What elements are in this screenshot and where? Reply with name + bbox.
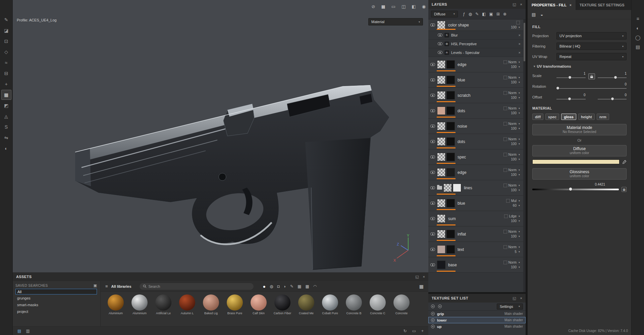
rotation-slider[interactable]: [556, 86, 627, 90]
delete-layer-icon[interactable]: ⊗: [503, 12, 506, 16]
visibility-eye-icon[interactable]: [430, 171, 435, 174]
layer-row[interactable]: textNorm▾5▾: [428, 242, 523, 257]
opacity-select[interactable]: 100▾: [511, 65, 520, 69]
visibility-eye-icon[interactable]: [438, 42, 442, 45]
material-asset[interactable]: Calf Skin: [248, 294, 269, 315]
display-settings-tool[interactable]: ◐: [1, 143, 11, 153]
textures-filter-icon[interactable]: ▩: [305, 284, 309, 289]
texture-pick-icon[interactable]: ▦: [622, 187, 627, 192]
layer-thumbnail[interactable]: [437, 107, 445, 115]
visibility-eye-icon[interactable]: [430, 23, 435, 26]
visibility-eye-icon[interactable]: [430, 125, 435, 128]
blend-mode-select[interactable]: Norm▾: [508, 230, 520, 233]
layer-thumbnail[interactable]: [437, 168, 445, 177]
texture-set-eye-icon[interactable]: [431, 312, 435, 316]
texture-set-settings-select[interactable]: Settings ▾: [497, 304, 523, 310]
layer-name[interactable]: dots: [458, 139, 465, 144]
filters-filter-icon[interactable]: ◗: [284, 284, 286, 289]
glossiness-mode-button[interactable]: Glossiness uniform color: [532, 168, 627, 180]
float-panel-icon[interactable]: ◱: [513, 2, 516, 7]
layer-mask-thumbnail[interactable]: [446, 91, 455, 99]
layer-thumbnail[interactable]: [443, 184, 452, 192]
layer-mask-thumbnail[interactable]: [446, 199, 455, 207]
uv-transformations-header[interactable]: ▾ UV transformations: [532, 64, 627, 68]
channel-select[interactable]: Diffuse ▾: [431, 11, 458, 17]
shading-mode-select[interactable]: Material ▾: [368, 18, 423, 25]
material-asset[interactable]: Autumn L: [177, 294, 198, 315]
float-panel-icon[interactable]: ◱: [513, 296, 516, 300]
layer-row[interactable]: edgeNorm▾100▾: [428, 57, 523, 72]
history-icon[interactable]: ▤: [633, 42, 643, 52]
layer-thumbnail[interactable]: [437, 60, 445, 69]
channel-spec-button[interactable]: spec: [545, 114, 559, 120]
layer-row[interactable]: color shape Norm 100 ▾: [428, 19, 523, 31]
layer-row[interactable]: specNorm▾100▾: [428, 149, 523, 165]
layer-row[interactable]: edgeNorm▾100▾: [428, 165, 523, 180]
layer-row[interactable]: inflatNorm▾100▾: [428, 226, 523, 242]
saved-search-item[interactable]: project: [15, 309, 97, 315]
library-breadcrumb[interactable]: All libraries: [111, 284, 131, 288]
smart-material-tool[interactable]: ▦: [1, 90, 11, 100]
add-effect-icon[interactable]: ƒ: [463, 12, 465, 16]
layer-mask-thumbnail[interactable]: [446, 60, 455, 69]
blend-mode-select[interactable]: Norm▾: [508, 245, 520, 249]
visibility-eye-icon[interactable]: [430, 217, 435, 220]
tab-texture-set-settings[interactable]: TEXTURE SET SETTINGS: [576, 0, 629, 10]
layer-name[interactable]: dots: [458, 109, 465, 113]
material-asset[interactable]: Aluminium: [129, 294, 150, 315]
layer-name[interactable]: noise: [458, 124, 467, 129]
visibility-eye-icon[interactable]: [430, 78, 435, 81]
environments-filter-icon[interactable]: ◠: [313, 284, 317, 289]
layer-thumbnail[interactable]: [437, 261, 445, 269]
texture-set-row[interactable]: upMain shader: [428, 323, 526, 330]
material-asset[interactable]: Concrete B: [343, 294, 364, 315]
layer-name[interactable]: text: [458, 247, 464, 252]
filtering-select[interactable]: Bilinear | HQ ▾: [556, 43, 627, 50]
smudge-tool[interactable]: ≈: [1, 58, 11, 68]
geometry-mask-tool[interactable]: ◬: [1, 111, 11, 121]
axis-gizmo[interactable]: Y X Z: [393, 233, 419, 263]
layer-row[interactable]: sumLdge▾100▾: [428, 211, 523, 226]
close-panel-icon[interactable]: ×: [520, 2, 522, 7]
smart-materials-filter-icon[interactable]: ◍: [270, 284, 273, 289]
environment-settings-icon[interactable]: ◯: [633, 33, 643, 42]
layer-name[interactable]: edge: [458, 62, 467, 67]
layer-name[interactable]: spec: [458, 155, 466, 159]
material-asset[interactable]: Aluminium: [105, 294, 126, 315]
layer-name[interactable]: blue: [458, 201, 465, 206]
visibility-eye-icon[interactable]: [430, 140, 435, 143]
path-tool[interactable]: S: [1, 122, 11, 132]
display-settings-icon[interactable]: ≡: [633, 14, 643, 23]
brushes-filter-icon[interactable]: ✎: [290, 284, 293, 289]
close-tab-icon[interactable]: ×: [570, 3, 572, 7]
layer-row[interactable]: scratchNorm▾100▾: [428, 88, 523, 103]
material-asset[interactable]: Concrete C: [367, 294, 388, 315]
effect-row[interactable]: ılıLevels - Specular×: [428, 48, 523, 57]
visibility-eye-icon[interactable]: [430, 232, 435, 236]
saved-search-item[interactable]: All: [15, 289, 97, 294]
paint-layer-icon[interactable]: ✎: [475, 12, 479, 16]
layer-row[interactable]: dotsNorm▾100▾: [428, 134, 523, 149]
opacity-select[interactable]: 60▾: [513, 204, 520, 207]
pause-engine-icon[interactable]: ▮▮: [381, 4, 384, 9]
texture-set-eye-icon[interactable]: [431, 325, 435, 328]
offset-y-slider[interactable]: [598, 97, 627, 101]
texture-set-row[interactable]: lowerMain shader: [428, 317, 526, 323]
visibility-eye-icon[interactable]: [430, 109, 435, 112]
layer-row[interactable]: linesNorm▾100▾: [428, 180, 523, 196]
layer-mask-thumbnail[interactable]: [453, 184, 461, 192]
remove-effect-icon[interactable]: ×: [519, 51, 521, 55]
projection-tool[interactable]: ⊡: [1, 36, 11, 46]
layer-thumbnail[interactable]: [437, 21, 445, 29]
opacity-select[interactable]: 100▾: [511, 265, 520, 269]
symmetry-tool[interactable]: ⇋: [1, 133, 11, 143]
isolate-selection-icon[interactable]: ⊘: [372, 4, 375, 9]
visibility-eye-icon[interactable]: [430, 63, 435, 66]
opacity-select[interactable]: 100▾: [511, 219, 520, 223]
layer-row[interactable]: baseNorm▾100▾: [428, 257, 523, 273]
layer-thumbnail[interactable]: [437, 199, 445, 207]
quick-mask-tool[interactable]: ◩: [1, 100, 11, 111]
solo-visibility-icon[interactable]: [438, 305, 442, 308]
opacity-select[interactable]: 100▾: [511, 157, 520, 161]
close-panel-icon[interactable]: ×: [423, 275, 425, 279]
